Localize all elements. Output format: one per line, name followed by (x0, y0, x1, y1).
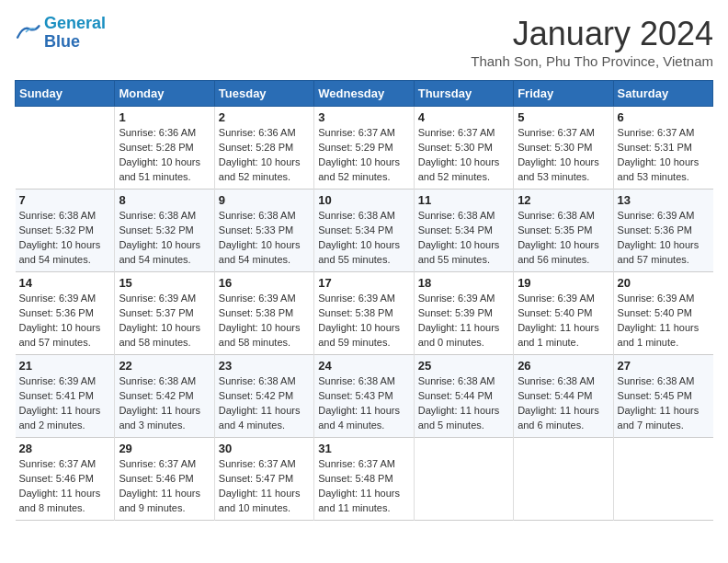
month-title: January 2024 (471, 15, 713, 53)
weekday-header: Friday (514, 81, 613, 107)
daylight-text: Daylight: 10 hours and 55 minutes. (418, 239, 500, 265)
day-info: Sunrise: 6:39 AMSunset: 5:38 PMDaylight:… (219, 292, 310, 350)
day-info: Sunrise: 6:37 AMSunset: 5:31 PMDaylight:… (618, 126, 710, 185)
sunrise-text: Sunrise: 6:37 AM (318, 127, 395, 138)
weekday-header: Sunday (16, 81, 115, 107)
sunrise-text: Sunrise: 6:38 AM (19, 210, 97, 221)
daylight-text: Daylight: 10 hours and 53 minutes. (518, 156, 599, 182)
day-number: 15 (119, 276, 210, 290)
daylight-text: Daylight: 10 hours and 55 minutes. (318, 239, 400, 265)
day-info: Sunrise: 6:38 AMSunset: 5:42 PMDaylight:… (119, 374, 210, 433)
calendar-cell: 13Sunrise: 6:39 AMSunset: 5:36 PMDayligh… (613, 190, 712, 272)
sunset-text: Sunset: 5:36 PM (19, 307, 94, 318)
day-info: Sunrise: 6:39 AMSunset: 5:39 PMDaylight:… (418, 292, 509, 350)
sunrise-text: Sunrise: 6:38 AM (318, 375, 395, 386)
daylight-text: Daylight: 10 hours and 54 minutes. (19, 239, 101, 265)
sunrise-text: Sunrise: 6:38 AM (219, 210, 296, 221)
daylight-text: Daylight: 10 hours and 52 minutes. (318, 156, 400, 182)
calendar-cell (514, 438, 613, 521)
sunrise-text: Sunrise: 6:37 AM (518, 127, 595, 138)
daylight-text: Daylight: 11 hours and 4 minutes. (219, 405, 301, 431)
sunset-text: Sunset: 5:30 PM (518, 142, 592, 153)
day-number: 10 (318, 193, 409, 207)
daylight-text: Daylight: 10 hours and 52 minutes. (219, 156, 301, 182)
calendar-cell: 28Sunrise: 6:37 AMSunset: 5:46 PMDayligh… (16, 438, 115, 521)
calendar-cell (414, 438, 513, 521)
day-info: Sunrise: 6:38 AMSunset: 5:35 PMDaylight:… (518, 209, 609, 268)
sunset-text: Sunset: 5:44 PM (418, 390, 493, 401)
day-info: Sunrise: 6:37 AMSunset: 5:47 PMDaylight:… (219, 457, 310, 516)
calendar-week-row: 7Sunrise: 6:38 AMSunset: 5:32 PMDaylight… (16, 190, 713, 272)
sunset-text: Sunset: 5:37 PM (119, 307, 193, 318)
weekday-header: Wednesday (314, 81, 414, 107)
daylight-text: Daylight: 11 hours and 1 minute. (518, 322, 599, 348)
calendar-cell: 19Sunrise: 6:39 AMSunset: 5:40 PMDayligh… (514, 272, 613, 355)
calendar-cell: 18Sunrise: 6:39 AMSunset: 5:39 PMDayligh… (414, 272, 513, 355)
sunrise-text: Sunrise: 6:38 AM (219, 375, 296, 386)
daylight-text: Daylight: 10 hours and 58 minutes. (219, 322, 301, 348)
calendar-cell: 30Sunrise: 6:37 AMSunset: 5:47 PMDayligh… (214, 438, 313, 521)
day-info: Sunrise: 6:36 AMSunset: 5:28 PMDaylight:… (219, 126, 310, 185)
daylight-text: Daylight: 10 hours and 58 minutes. (119, 322, 200, 348)
sunrise-text: Sunrise: 6:38 AM (518, 210, 595, 221)
sunrise-text: Sunrise: 6:38 AM (618, 375, 695, 386)
sunset-text: Sunset: 5:41 PM (19, 390, 94, 401)
daylight-text: Daylight: 11 hours and 3 minutes. (119, 405, 200, 431)
day-info: Sunrise: 6:39 AMSunset: 5:41 PMDaylight:… (19, 374, 111, 433)
day-info: Sunrise: 6:38 AMSunset: 5:34 PMDaylight:… (418, 209, 509, 268)
sunrise-text: Sunrise: 6:39 AM (119, 293, 196, 304)
calendar-cell: 24Sunrise: 6:38 AMSunset: 5:43 PMDayligh… (314, 355, 414, 438)
logo-text: General Blue (44, 15, 106, 52)
day-number: 23 (219, 359, 310, 373)
day-number: 9 (219, 193, 310, 207)
day-info: Sunrise: 6:39 AMSunset: 5:38 PMDaylight:… (318, 292, 409, 350)
weekday-header: Tuesday (214, 81, 313, 107)
calendar-cell: 9Sunrise: 6:38 AMSunset: 5:33 PMDaylight… (214, 190, 313, 272)
day-number: 12 (518, 193, 609, 207)
weekday-header: Saturday (613, 81, 712, 107)
sunrise-text: Sunrise: 6:37 AM (618, 127, 695, 138)
day-info: Sunrise: 6:37 AMSunset: 5:29 PMDaylight:… (318, 126, 409, 185)
daylight-text: Daylight: 11 hours and 4 minutes. (318, 405, 400, 431)
calendar-week-row: 28Sunrise: 6:37 AMSunset: 5:46 PMDayligh… (16, 438, 713, 521)
day-info: Sunrise: 6:38 AMSunset: 5:45 PMDaylight:… (618, 374, 710, 433)
day-info: Sunrise: 6:38 AMSunset: 5:34 PMDaylight:… (318, 209, 409, 268)
location: Thanh Son, Phu Tho Province, Vietnam (471, 53, 713, 69)
sunrise-text: Sunrise: 6:39 AM (318, 293, 395, 304)
sunset-text: Sunset: 5:34 PM (418, 224, 493, 236)
sunrise-text: Sunrise: 6:37 AM (219, 458, 296, 469)
calendar-cell: 27Sunrise: 6:38 AMSunset: 5:45 PMDayligh… (613, 355, 712, 438)
sunset-text: Sunset: 5:42 PM (119, 390, 193, 401)
sunrise-text: Sunrise: 6:38 AM (418, 375, 495, 386)
calendar-week-row: 1Sunrise: 6:36 AMSunset: 5:28 PMDaylight… (16, 107, 713, 190)
day-number: 24 (318, 359, 409, 373)
calendar-cell: 4Sunrise: 6:37 AMSunset: 5:30 PMDaylight… (414, 107, 513, 190)
day-number: 16 (219, 276, 310, 290)
sunrise-text: Sunrise: 6:38 AM (518, 375, 595, 386)
weekday-header: Thursday (414, 81, 513, 107)
day-info: Sunrise: 6:38 AMSunset: 5:43 PMDaylight:… (318, 374, 409, 433)
sunset-text: Sunset: 5:32 PM (19, 224, 94, 236)
sunrise-text: Sunrise: 6:39 AM (518, 293, 595, 304)
daylight-text: Daylight: 10 hours and 57 minutes. (618, 239, 700, 265)
sunset-text: Sunset: 5:33 PM (219, 224, 293, 236)
day-info: Sunrise: 6:37 AMSunset: 5:30 PMDaylight:… (418, 126, 509, 185)
calendar-cell: 10Sunrise: 6:38 AMSunset: 5:34 PMDayligh… (314, 190, 414, 272)
sunset-text: Sunset: 5:30 PM (418, 142, 493, 153)
calendar-cell: 20Sunrise: 6:39 AMSunset: 5:40 PMDayligh… (613, 272, 712, 355)
day-info: Sunrise: 6:38 AMSunset: 5:33 PMDaylight:… (219, 209, 310, 268)
page-header: General Blue January 2024 Thanh Son, Phu… (15, 15, 713, 69)
sunset-text: Sunset: 5:43 PM (318, 390, 392, 401)
day-number: 1 (119, 110, 210, 124)
sunset-text: Sunset: 5:28 PM (219, 142, 293, 153)
sunset-text: Sunset: 5:31 PM (618, 142, 692, 153)
day-number: 31 (318, 442, 409, 455)
calendar-cell: 11Sunrise: 6:38 AMSunset: 5:34 PMDayligh… (414, 190, 513, 272)
daylight-text: Daylight: 11 hours and 8 minutes. (19, 488, 101, 513)
sunrise-text: Sunrise: 6:37 AM (318, 458, 395, 469)
calendar-cell: 6Sunrise: 6:37 AMSunset: 5:31 PMDaylight… (613, 107, 712, 190)
daylight-text: Daylight: 11 hours and 7 minutes. (618, 405, 700, 431)
logo-icon (15, 23, 40, 43)
day-number: 3 (318, 110, 409, 124)
sunset-text: Sunset: 5:44 PM (518, 390, 592, 401)
